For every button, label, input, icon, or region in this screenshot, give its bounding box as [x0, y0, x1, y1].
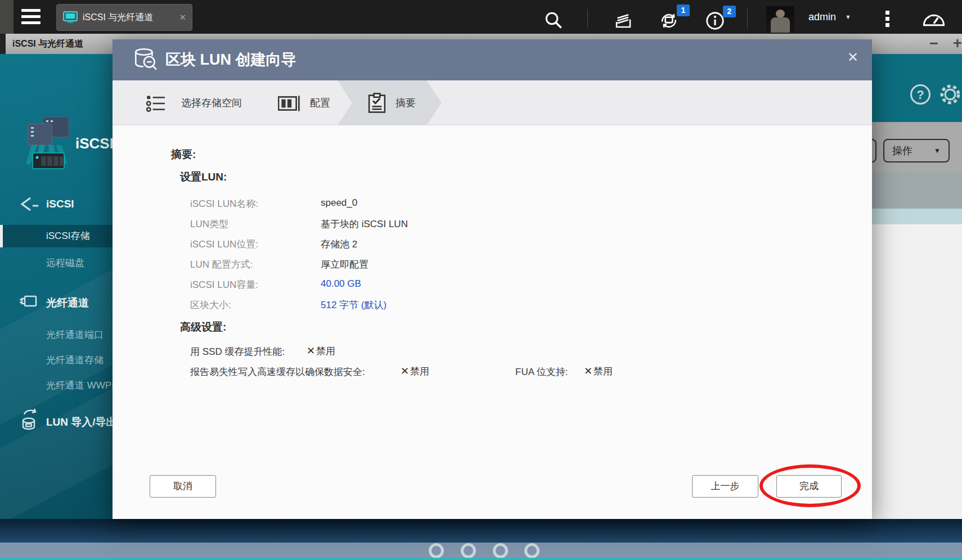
summary-value: 存储池 2 — [321, 238, 357, 251]
sidebar-item-fc-wwpn[interactable]: 光纤通道 WWPN 别名 — [46, 379, 113, 392]
summary-value: speed_0 — [321, 197, 357, 209]
dialog-title: 区块 LUN 创建向导 — [165, 39, 296, 80]
action-button-label: 操作 — [892, 144, 912, 157]
app-title: iSCSI 与光纤通道 — [75, 134, 113, 153]
volatile-cache-value: ✕禁用 — [401, 365, 429, 378]
fua-bit-value: ✕禁用 — [584, 365, 613, 378]
sidebar-item-label: iSCSI存储 — [46, 229, 89, 242]
window-footer-band — [0, 519, 962, 543]
lun-settings-heading: 设置LUN: — [180, 170, 227, 184]
fibre-channel-section-icon — [19, 292, 38, 310]
dock-icon[interactable] — [461, 543, 476, 558]
wizard-steps: 选择存储空间 配置 摘要 — [113, 80, 872, 125]
summary-label: iSCSI LUN名称: — [190, 197, 258, 210]
dialog-header: 区块 LUN 创建向导 ✕ — [113, 39, 872, 80]
summary-value-link[interactable]: 512 字节 (默认) — [321, 299, 386, 311]
fua-bit-label: FUA 位支持: — [515, 365, 568, 378]
user-name[interactable]: admin — [808, 0, 836, 34]
selected-indicator — [0, 225, 3, 247]
topbar: iSCSI 与光纤通道 ✕ 1 2 ad — [0, 0, 962, 34]
back-button[interactable]: 上一步 — [692, 475, 758, 498]
avatar[interactable] — [766, 6, 794, 33]
action-dropdown-button[interactable]: 操作 ▼ — [883, 139, 950, 162]
window-minimize-button[interactable]: − — [929, 34, 938, 54]
dashboard-gauge-icon[interactable] — [921, 8, 942, 29]
tasks-badge: 1 — [677, 4, 690, 16]
caret-down-icon[interactable]: ▼ — [845, 0, 851, 34]
advanced-settings-heading: 高级设置: — [180, 320, 226, 335]
help-icon[interactable]: ? — [910, 84, 930, 105]
summary-label: LUN 配置方式: — [190, 258, 253, 271]
sidebar-item-fc-ports[interactable]: 光纤通道端口 — [46, 328, 104, 341]
summary-label: LUN类型 — [190, 218, 228, 231]
summary-row: iSCSI LUN位置: 存储池 2 — [113, 238, 675, 254]
disabled-x-icon: ✕ — [584, 365, 592, 377]
ssd-cache-value: ✕禁用 — [307, 345, 335, 358]
configure-step-icon — [278, 96, 300, 111]
disabled-x-icon: ✕ — [307, 345, 315, 356]
active-step-chevron — [338, 80, 442, 125]
dialog-close-icon[interactable]: ✕ — [847, 49, 858, 65]
iscsi-section-icon — [19, 196, 39, 214]
sidebar-section-fibre-channel[interactable]: 光纤通道 — [46, 296, 89, 310]
summary-row: iSCSI LUN名称: speed_0 — [113, 197, 675, 213]
sidebar-item-fc-storage[interactable]: 光纤通道存储 — [46, 354, 104, 367]
app-tab-label: iSCSI 与光纤通道 — [83, 12, 176, 24]
window-title: iSCSI 与光纤通道 — [12, 34, 83, 54]
block-lun-creation-wizard-dialog: 区块 LUN 创建向导 ✕ 选择存储空间 配置 — [113, 39, 872, 519]
app-tab-close-icon[interactable]: ✕ — [179, 12, 186, 22]
summary-value-link[interactable]: 40.00 GB — [321, 278, 361, 290]
sidebar-section-lun-import-export[interactable]: LUN 导入/导出 — [46, 415, 113, 430]
summary-row: LUN 配置方式: 厚立即配置 — [113, 258, 675, 274]
summary-label: 区块大小: — [190, 299, 231, 311]
dock-icon[interactable] — [493, 543, 508, 558]
finish-button[interactable]: 完成 — [776, 475, 842, 498]
main-menu-icon[interactable] — [21, 9, 41, 25]
settings-gear-icon[interactable] — [938, 83, 962, 106]
dock-icon[interactable] — [524, 543, 540, 558]
app-tab-icon — [62, 11, 78, 24]
sidebar-item-remote-disk[interactable]: 远程磁盘 — [46, 256, 84, 269]
topbar-divider — [587, 9, 588, 28]
lun-import-export-section-icon — [19, 408, 41, 433]
topbar-divider — [747, 9, 748, 28]
summary-row: iSCSI LUN容量: 40.00 GB — [113, 278, 675, 294]
corner-block — [0, 0, 14, 34]
summary-row: 区块大小: 512 字节 (默认) — [113, 299, 675, 314]
summary-value: 厚立即配置 — [321, 258, 368, 271]
sidebar-section-iscsi[interactable]: iSCSI — [46, 198, 74, 210]
step-configure[interactable]: 配置 — [310, 80, 330, 125]
window-maximize-button[interactable]: + — [953, 34, 962, 54]
summary-label: iSCSI LUN容量: — [190, 278, 258, 291]
app-tab-iscsi[interactable]: iSCSI 与光纤通道 ✕ — [56, 4, 192, 31]
background-tasks-icon[interactable] — [613, 10, 633, 30]
notification-badge: 2 — [723, 6, 736, 17]
screen: iSCSI 与光纤通道 ✕ 1 2 ad — [0, 0, 962, 560]
titlebar-edge — [0, 34, 6, 54]
taskbar-strip — [0, 558, 962, 560]
block-lun-wizard-icon — [132, 47, 160, 74]
firmware-update-icon[interactable] — [658, 10, 678, 30]
volatile-cache-label: 报告易失性写入高速缓存以确保数据安全: — [190, 365, 365, 378]
caret-down-icon: ▼ — [934, 147, 941, 155]
summary-value: 基于块的 iSCSI LUN — [321, 218, 408, 231]
step-select-pool[interactable]: 选择存储空间 — [181, 80, 242, 125]
info-notification-icon[interactable] — [704, 10, 725, 30]
summary-row: LUN类型 基于块的 iSCSI LUN — [113, 218, 675, 233]
ssd-cache-label: 用 SSD 缓存提升性能: — [190, 345, 285, 358]
summary-step-icon — [368, 93, 386, 114]
search-icon[interactable] — [543, 10, 564, 30]
disabled-x-icon: ✕ — [401, 365, 409, 377]
dock-icon[interactable] — [429, 543, 444, 558]
summary-heading: 摘要: — [171, 147, 196, 162]
summary-label: iSCSI LUN位置: — [190, 238, 258, 251]
app-icon — [23, 116, 72, 172]
sidebar: iSCSI 与光纤通道 iSCSI iSCSI存储 远程磁盘 光纤通道 光纤通道… — [0, 54, 113, 519]
cancel-button[interactable]: 取消 — [150, 475, 216, 498]
sidebar-item-iscsi-storage[interactable]: iSCSI存储 — [0, 225, 113, 247]
more-menu-icon[interactable] — [885, 11, 889, 29]
step-summary[interactable]: 摘要 — [395, 80, 416, 125]
select-pool-step-icon — [145, 94, 167, 112]
